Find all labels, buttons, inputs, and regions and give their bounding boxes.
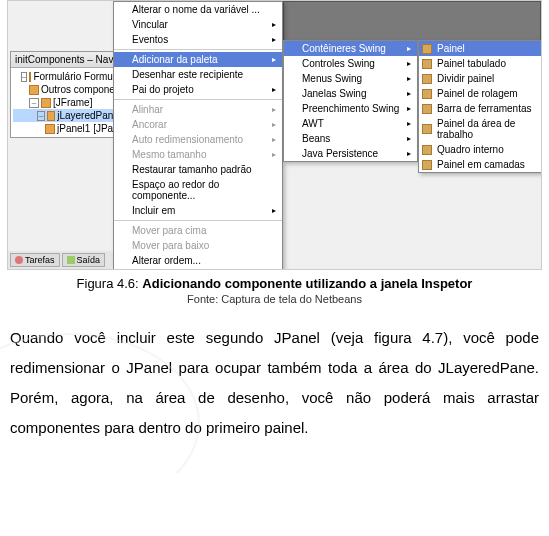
submenu-label: Controles Swing bbox=[302, 58, 375, 69]
container-icon bbox=[422, 104, 432, 114]
figure-source: Fonte: Captura de tela do Netbeans bbox=[0, 293, 549, 305]
container-label: Painel da área de trabalho bbox=[437, 118, 542, 140]
submenu-arrow-icon: ▸ bbox=[272, 150, 276, 159]
menu-label: Ancorar bbox=[132, 119, 167, 130]
submenu-arrow-icon: ▸ bbox=[272, 206, 276, 215]
menu-item[interactable]: Eventos▸ bbox=[114, 32, 282, 47]
submenu-arrow-icon: ▸ bbox=[272, 120, 276, 129]
submenu-arrow-icon: ▸ bbox=[407, 89, 411, 98]
submenu-arrow-icon: ▸ bbox=[407, 59, 411, 68]
submenu-item[interactable]: AWT▸ bbox=[284, 116, 417, 131]
submenu-arrow-icon: ▸ bbox=[272, 20, 276, 29]
container-icon bbox=[422, 44, 432, 54]
container-item[interactable]: Painel em camadas bbox=[419, 157, 542, 172]
menu-item[interactable]: Adicionar da paleta▸ bbox=[114, 52, 282, 67]
caption-prefix: Figura 4.6: bbox=[77, 276, 143, 291]
menu-item[interactable]: Pai do projeto▸ bbox=[114, 82, 282, 97]
menu-label: Desenhar este recipiente bbox=[132, 69, 243, 80]
tree-label: jPanel1 [JPan bbox=[57, 123, 119, 134]
container-icon bbox=[422, 74, 432, 84]
menu-item: Ancorar▸ bbox=[114, 117, 282, 132]
submenu-item[interactable]: Controles Swing▸ bbox=[284, 56, 417, 71]
menu-item[interactable]: Incluir em▸ bbox=[114, 203, 282, 218]
submenu-arrow-icon: ▸ bbox=[407, 104, 411, 113]
container-label: Barra de ferramentas bbox=[437, 103, 532, 114]
menu-item[interactable]: Espaço ao redor do componente... bbox=[114, 177, 282, 203]
context-menu[interactable]: Alterar o nome da variável ...Vincular▸E… bbox=[113, 1, 283, 270]
tree-toggle-icon[interactable]: – bbox=[21, 72, 27, 82]
container-item[interactable]: Barra de ferramentas bbox=[419, 101, 542, 116]
form-icon bbox=[29, 85, 39, 95]
menu-separator bbox=[114, 220, 282, 221]
tree-toggle-icon[interactable]: – bbox=[37, 111, 45, 121]
menu-separator bbox=[114, 49, 282, 50]
swing-containers-submenu[interactable]: PainelPainel tabuladoDividir painelPaine… bbox=[418, 40, 542, 173]
container-item[interactable]: Painel bbox=[419, 41, 542, 56]
container-item[interactable]: Painel da área de trabalho bbox=[419, 116, 542, 142]
submenu-item[interactable]: Preenchimento Swing▸ bbox=[284, 101, 417, 116]
form-icon bbox=[47, 111, 55, 121]
tree-toggle-icon[interactable]: – bbox=[29, 98, 39, 108]
body-paragraph: Quando você incluir este segundo JPanel … bbox=[0, 305, 549, 473]
container-item[interactable]: Painel de rolagem bbox=[419, 86, 542, 101]
container-icon bbox=[422, 59, 432, 69]
container-item[interactable]: Quadro interno bbox=[419, 142, 542, 157]
menu-item[interactable]: Alterar ordem... bbox=[114, 253, 282, 268]
tab-tasks[interactable]: Tarefas bbox=[10, 253, 60, 267]
menu-label: Vincular bbox=[132, 19, 168, 30]
submenu-arrow-icon: ▸ bbox=[407, 149, 411, 158]
menu-label: Alterar o nome da variável ... bbox=[132, 4, 260, 15]
submenu-label: AWT bbox=[302, 118, 324, 129]
container-label: Painel em camadas bbox=[437, 159, 525, 170]
submenu-arrow-icon: ▸ bbox=[407, 44, 411, 53]
menu-item: Mover para baixo bbox=[114, 238, 282, 253]
submenu-arrow-icon: ▸ bbox=[407, 134, 411, 143]
form-icon bbox=[29, 72, 31, 82]
screenshot-area: initComponents – Nav... –Formulário Form… bbox=[7, 0, 542, 270]
square-icon bbox=[67, 256, 75, 264]
submenu-arrow-icon: ▸ bbox=[272, 35, 276, 44]
submenu-arrow-icon: ▸ bbox=[272, 55, 276, 64]
menu-label: Restaurar tamanho padrão bbox=[132, 164, 252, 175]
submenu-item[interactable]: Java Persistence▸ bbox=[284, 146, 417, 161]
submenu-label: Beans bbox=[302, 133, 330, 144]
submenu-item[interactable]: Menus Swing▸ bbox=[284, 71, 417, 86]
menu-label: Alinhar bbox=[132, 104, 163, 115]
menu-separator bbox=[114, 99, 282, 100]
palette-submenu[interactable]: Contêineres Swing▸Controles Swing▸Menus … bbox=[283, 40, 418, 162]
submenu-item[interactable]: Janelas Swing▸ bbox=[284, 86, 417, 101]
menu-item[interactable]: Desenhar este recipiente bbox=[114, 67, 282, 82]
menu-item[interactable]: Vincular▸ bbox=[114, 17, 282, 32]
menu-label: Espaço ao redor do componente... bbox=[132, 179, 276, 201]
tree-label: [JFrame] bbox=[53, 97, 92, 108]
figure-caption: Figura 4.6: Adicionando componente utili… bbox=[0, 276, 549, 291]
container-icon bbox=[422, 160, 432, 170]
menu-label: Pai do projeto bbox=[132, 84, 194, 95]
tab-label: Tarefas bbox=[25, 255, 55, 265]
menu-label: Adicionar da paleta bbox=[132, 54, 218, 65]
submenu-label: Contêineres Swing bbox=[302, 43, 386, 54]
submenu-label: Menus Swing bbox=[302, 73, 362, 84]
circle-icon bbox=[15, 256, 23, 264]
container-label: Painel tabulado bbox=[437, 58, 506, 69]
submenu-arrow-icon: ▸ bbox=[272, 135, 276, 144]
container-label: Painel bbox=[437, 43, 465, 54]
submenu-arrow-icon: ▸ bbox=[407, 74, 411, 83]
tab-output[interactable]: Saída bbox=[62, 253, 106, 267]
tab-label: Saída bbox=[77, 255, 101, 265]
menu-label: Incluir em bbox=[132, 205, 175, 216]
menu-label: Mover para cima bbox=[132, 225, 206, 236]
container-item[interactable]: Dividir painel bbox=[419, 71, 542, 86]
menu-item[interactable]: Restaurar tamanho padrão bbox=[114, 162, 282, 177]
container-icon bbox=[422, 124, 432, 134]
caption-title: Adicionando componente utilizando a jane… bbox=[142, 276, 472, 291]
menu-label: Alterar ordem... bbox=[132, 255, 201, 266]
menu-label: Auto redimensionamento bbox=[132, 134, 243, 145]
menu-item[interactable]: Alterar o nome da variável ... bbox=[114, 2, 282, 17]
menu-item: Mover para cima bbox=[114, 223, 282, 238]
submenu-item[interactable]: Beans▸ bbox=[284, 131, 417, 146]
container-label: Quadro interno bbox=[437, 144, 504, 155]
container-item[interactable]: Painel tabulado bbox=[419, 56, 542, 71]
form-icon bbox=[45, 124, 55, 134]
submenu-item[interactable]: Contêineres Swing▸ bbox=[284, 41, 417, 56]
